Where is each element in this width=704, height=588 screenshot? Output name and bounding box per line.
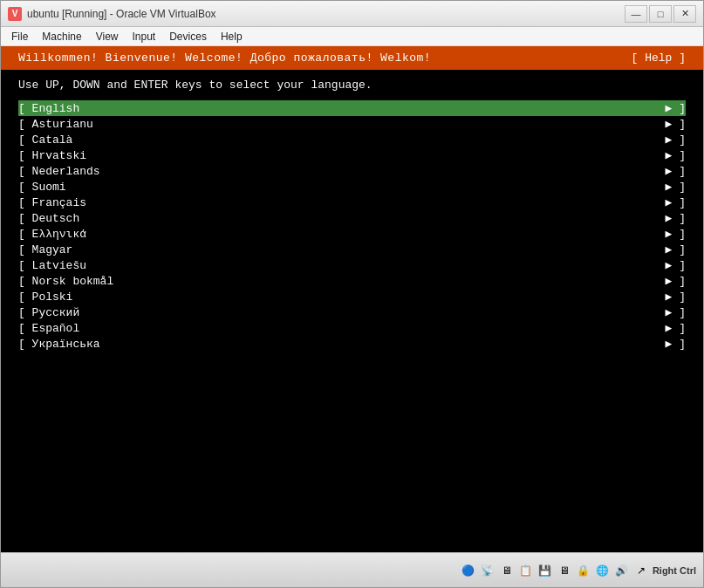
menu-machine[interactable]: Machine: [35, 29, 88, 44]
language-item[interactable]: [ Español▶ ]: [18, 320, 686, 336]
language-arrow: ▶ ]: [651, 273, 686, 289]
language-item[interactable]: [ English▶ ]: [18, 100, 686, 116]
tray-icon-2[interactable]: 📡: [480, 563, 496, 578]
language-arrow: ▶ ]: [651, 163, 686, 179]
language-arrow: ▶ ]: [651, 257, 686, 273]
language-arrow: ▶ ]: [651, 289, 686, 304]
window-title: ubuntu [Running] - Oracle VM VirtualBox: [27, 8, 619, 20]
language-name: [ Latviešu: [18, 257, 651, 273]
tray-icon-4[interactable]: 📋: [518, 563, 534, 578]
language-name: [ English: [18, 100, 651, 116]
language-item[interactable]: [ Suomi▶ ]: [18, 179, 686, 195]
language-item[interactable]: [ Deutsch▶ ]: [18, 210, 686, 226]
language-item[interactable]: [ Русский▶ ]: [18, 304, 686, 320]
language-name: [ Ελληνικά: [18, 226, 651, 242]
language-name: [ Polski: [18, 289, 651, 304]
language-item[interactable]: [ Asturianu▶ ]: [18, 116, 686, 132]
language-name: [ Suomi: [18, 179, 651, 195]
language-name: [ Русский: [18, 304, 651, 320]
language-name: [ Nederlands: [18, 163, 651, 179]
language-name: [ Français: [18, 195, 651, 210]
language-arrow: ▶ ]: [651, 179, 686, 195]
tray-icon-10[interactable]: ↗: [633, 563, 649, 578]
language-arrow: ▶ ]: [651, 116, 686, 132]
language-name: [ Deutsch: [18, 210, 651, 226]
tray-icon-9[interactable]: 🔊: [614, 563, 630, 578]
language-item[interactable]: [ Français▶ ]: [18, 195, 686, 210]
language-arrow: ▶ ]: [651, 132, 686, 147]
menu-file[interactable]: File: [4, 29, 35, 44]
language-arrow: ▶ ]: [651, 226, 686, 242]
virtualbox-window: V ubuntu [Running] - Oracle VM VirtualBo…: [0, 0, 704, 588]
language-arrow: ▶ ]: [651, 242, 686, 257]
language-arrow: ▶ ]: [651, 336, 686, 352]
language-table: [ English▶ ][ Asturianu▶ ][ Català▶ ][ H…: [18, 100, 686, 352]
language-arrow: ▶ ]: [651, 210, 686, 226]
language-item[interactable]: [ Latviešu▶ ]: [18, 257, 686, 273]
language-arrow: ▶ ]: [651, 195, 686, 210]
instruction-text: Use UP, DOWN and ENTER keys to select yo…: [18, 79, 686, 92]
menu-bar: File Machine View Input Devices Help: [1, 27, 703, 46]
menu-input[interactable]: Input: [126, 29, 163, 44]
menu-help[interactable]: Help: [214, 29, 249, 44]
language-arrow: ▶ ]: [651, 147, 686, 163]
close-button[interactable]: ✕: [673, 5, 696, 23]
language-name: [ Español: [18, 320, 651, 336]
menu-view[interactable]: View: [89, 29, 126, 44]
language-item[interactable]: [ Català▶ ]: [18, 132, 686, 147]
title-bar: V ubuntu [Running] - Oracle VM VirtualBo…: [1, 1, 703, 27]
language-item[interactable]: [ Nederlands▶ ]: [18, 163, 686, 179]
language-name: [ Magyar: [18, 242, 651, 257]
language-arrow: ▶ ]: [651, 304, 686, 320]
tray-icon-6[interactable]: 🖥: [557, 563, 572, 578]
tray-icon-3[interactable]: 🖥: [499, 563, 515, 578]
language-item[interactable]: [ Norsk bokmål▶ ]: [18, 273, 686, 289]
welcome-text: Willkommen! Bienvenue! Welcome! Добро по…: [18, 51, 431, 65]
language-arrow: ▶ ]: [651, 320, 686, 336]
title-bar-buttons: — □ ✕: [625, 5, 696, 23]
language-name: [ Asturianu: [18, 116, 651, 132]
language-item[interactable]: [ Polski▶ ]: [18, 289, 686, 304]
language-arrow: ▶ ]: [651, 100, 686, 116]
taskbar: 🔵 📡 🖥 📋 💾 🖥 🔒 🌐 🔊 ↗ Right Ctrl: [1, 552, 703, 587]
terminal-content: Use UP, DOWN and ENTER keys to select yo…: [1, 70, 703, 552]
language-item[interactable]: [ Українська▶ ]: [18, 336, 686, 352]
language-list[interactable]: [ English▶ ][ Asturianu▶ ][ Català▶ ][ H…: [18, 100, 686, 352]
tray-icon-1[interactable]: 🔵: [461, 563, 476, 578]
minimize-button[interactable]: —: [625, 5, 647, 23]
tray-icon-8[interactable]: 🌐: [595, 563, 611, 578]
language-name: [ Català: [18, 132, 651, 147]
language-name: [ Hrvatski: [18, 147, 651, 163]
language-name: [ Norsk bokmål: [18, 273, 651, 289]
menu-devices[interactable]: Devices: [162, 29, 214, 44]
help-button[interactable]: [ Help ]: [632, 51, 686, 65]
welcome-banner: Willkommen! Bienvenue! Welcome! Добро по…: [1, 46, 703, 70]
maximize-button[interactable]: □: [649, 5, 672, 23]
language-item[interactable]: [ Ελληνικά▶ ]: [18, 226, 686, 242]
tray-icon-7[interactable]: 🔒: [576, 563, 591, 578]
language-item[interactable]: [ Hrvatski▶ ]: [18, 147, 686, 163]
language-item[interactable]: [ Magyar▶ ]: [18, 242, 686, 257]
app-icon: V: [8, 7, 22, 21]
tray-icon-5[interactable]: 💾: [537, 563, 553, 578]
language-name: [ Українська: [18, 336, 651, 352]
right-ctrl-label: Right Ctrl: [653, 565, 696, 576]
vm-display[interactable]: Willkommen! Bienvenue! Welcome! Добро по…: [1, 46, 703, 552]
